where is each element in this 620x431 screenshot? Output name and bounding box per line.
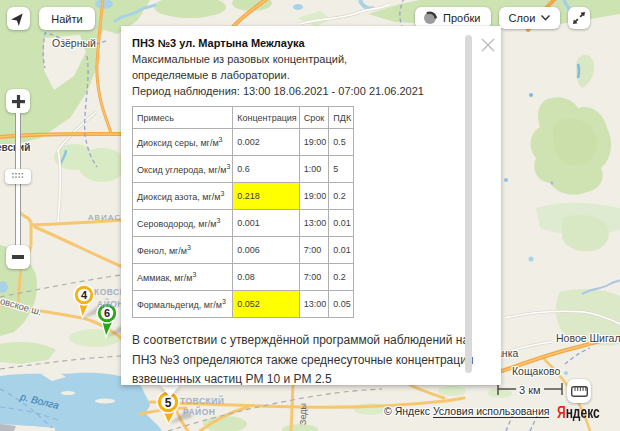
svg-text:5: 5 <box>165 396 172 410</box>
svg-text:4: 4 <box>81 289 88 301</box>
